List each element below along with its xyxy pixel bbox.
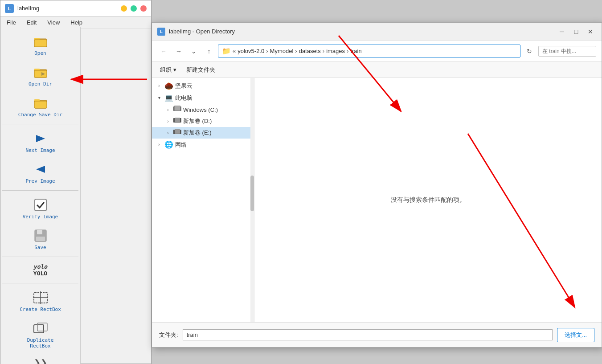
tree-item-windows-c[interactable]: › Windows (C:) — [152, 104, 254, 115]
nav-up-button[interactable]: ↑ — [203, 45, 215, 57]
tree-icon-e — [173, 129, 181, 137]
tree-label-c: Windows (C:) — [183, 106, 218, 113]
tree-panel: › 🌰 坚果云 ▾ 💻 此电脑 › Windows (C:) › — [152, 78, 254, 322]
verify-image-button[interactable]: Verify Image — [16, 194, 65, 222]
yolo-cap-label: YOLO — [33, 270, 47, 277]
address-bar: ← → ⌄ ↑ 📁 « yolov5-2.0 › Mymodel › datas… — [152, 41, 602, 62]
open-dir-icon — [33, 64, 49, 80]
breadcrumb-arrow-3: › — [323, 48, 324, 54]
breadcrumb-part-1[interactable]: Mymodel — [270, 48, 294, 54]
yolo-italic-label: yolo — [33, 263, 47, 270]
dialog-window-controls: ─ □ ✕ — [556, 26, 596, 37]
dialog-title: labelImg - Open Directory — [169, 28, 235, 35]
breadcrumb-part-4[interactable]: train — [350, 48, 361, 54]
tree-label-d: 新加卷 (D:) — [183, 117, 212, 125]
nav-forward-button[interactable]: → — [172, 45, 185, 57]
breadcrumb-arrow-4: › — [347, 48, 348, 54]
tree-expand-jieguoyun[interactable]: › — [156, 82, 163, 90]
menu-edit[interactable]: Edit — [25, 18, 38, 27]
main-window: L labelImg File Edit View Help Open — [0, 0, 152, 364]
dialog-close-button[interactable]: ✕ — [585, 26, 596, 37]
folder-input[interactable] — [183, 329, 553, 340]
svg-rect-1 — [34, 38, 40, 40]
tree-expand-e[interactable]: › — [164, 129, 172, 136]
close-button[interactable] — [140, 5, 147, 12]
prev-image-label: Prev Image — [25, 178, 55, 184]
svg-rect-11 — [35, 199, 46, 211]
save-button[interactable]: Save — [16, 225, 65, 253]
breadcrumb-part-2[interactable]: datasets — [299, 48, 321, 54]
tree-scrollbar[interactable] — [250, 78, 254, 322]
svg-rect-7 — [34, 99, 40, 101]
svg-rect-13 — [37, 230, 42, 234]
svg-marker-9 — [36, 135, 45, 142]
tree-item-network[interactable]: › 🌐 网络 — [152, 139, 254, 151]
search-input[interactable] — [538, 46, 596, 57]
main-content-area: 没有与搜索条件匹配的项。 — [254, 78, 602, 322]
open-label: Open — [34, 50, 46, 56]
tree-item-drive-e[interactable]: › 新加卷 (E:) — [152, 127, 254, 139]
svg-rect-24 — [175, 118, 180, 122]
new-folder-button[interactable]: 新建文件夹 — [183, 65, 219, 75]
tree-scrollbar-thumb[interactable] — [250, 176, 254, 211]
duplicate-rectbox-label: Duplicate RectBox — [18, 337, 63, 349]
menu-help[interactable]: Help — [69, 18, 84, 27]
change-save-dir-label: Change Save Dir — [18, 112, 62, 118]
tree-label-e: 新加卷 (E:) — [183, 129, 212, 137]
select-folder-button[interactable]: 选择文... — [557, 328, 594, 342]
menu-file[interactable]: File — [5, 18, 18, 27]
change-save-dir-icon — [33, 95, 49, 111]
yolo-format-toggle[interactable]: yolo YOLO — [16, 261, 65, 279]
save-label: Save — [34, 245, 46, 250]
refresh-button[interactable]: ↻ — [523, 45, 536, 57]
organize-button[interactable]: 组织 ▾ — [157, 65, 179, 75]
app-icon: L — [5, 4, 14, 13]
tree-expand-thispc[interactable]: ▾ — [156, 94, 163, 102]
open-dir-button[interactable]: Open Dir — [16, 61, 65, 90]
breadcrumb-part-0[interactable]: yolov5-2.0 — [238, 48, 264, 54]
verify-image-label: Verify Image — [23, 214, 58, 220]
verify-image-icon — [33, 197, 49, 213]
create-rectbox-button[interactable]: Create RectBox — [16, 287, 65, 315]
next-image-button[interactable]: Next Image — [16, 128, 65, 156]
tree-expand-d[interactable]: › — [164, 118, 172, 125]
maximize-button[interactable] — [131, 5, 137, 12]
tree-item-drive-d[interactable]: › 新加卷 (D:) — [152, 115, 254, 127]
tree-icon-thispc: 💻 — [164, 94, 173, 102]
prev-image-button[interactable]: Prev Image — [16, 159, 65, 187]
dialog-title-bar: L labelImg - Open Directory ─ □ ✕ — [152, 23, 602, 41]
tree-label-thispc: 此电脑 — [175, 94, 192, 102]
main-title-bar: L labelImg — [0, 0, 151, 16]
empty-message: 没有与搜索条件匹配的项。 — [391, 196, 466, 204]
menu-view[interactable]: View — [45, 18, 61, 27]
dialog-minimize-button[interactable]: ─ — [556, 26, 568, 37]
breadcrumb-bar[interactable]: 📁 « yolov5-2.0 › Mymodel › datasets › im… — [218, 45, 520, 57]
window-controls — [121, 5, 147, 12]
svg-rect-18 — [34, 325, 44, 333]
next-image-label: Next Image — [25, 147, 55, 153]
change-save-dir-button[interactable]: Change Save Dir — [16, 92, 65, 120]
next-image-icon — [33, 131, 49, 147]
dialog-maximize-button[interactable]: □ — [570, 26, 582, 37]
more-chevron[interactable]: ❯❯ — [34, 358, 47, 364]
svg-rect-22 — [175, 106, 180, 110]
tree-icon-d — [173, 117, 181, 125]
dialog-toolbar: 组织 ▾ 新建文件夹 — [152, 62, 602, 78]
breadcrumb-part-3[interactable]: images — [326, 48, 345, 54]
create-rectbox-icon — [33, 290, 49, 306]
tree-item-jieguoyun[interactable]: › 🌰 坚果云 — [152, 80, 254, 92]
nav-back-button[interactable]: ← — [157, 45, 170, 57]
tree-label-network: 网络 — [175, 141, 187, 149]
svg-rect-26 — [175, 129, 180, 134]
duplicate-rectbox-button[interactable]: Duplicate RectBox — [16, 318, 65, 352]
open-button[interactable]: Open — [16, 31, 65, 59]
svg-rect-2 — [34, 40, 47, 47]
svg-rect-8 — [34, 101, 47, 108]
tree-expand-c[interactable]: › — [164, 106, 172, 113]
tree-item-thispc[interactable]: ▾ 💻 此电脑 — [152, 92, 254, 104]
tree-expand-network[interactable]: › — [156, 141, 163, 148]
nav-dropdown-button[interactable]: ⌄ — [188, 45, 200, 57]
dialog-content: › 🌰 坚果云 ▾ 💻 此电脑 › Windows (C:) › — [152, 78, 602, 322]
minimize-button[interactable] — [121, 5, 127, 12]
tree-icon-c — [173, 106, 181, 114]
